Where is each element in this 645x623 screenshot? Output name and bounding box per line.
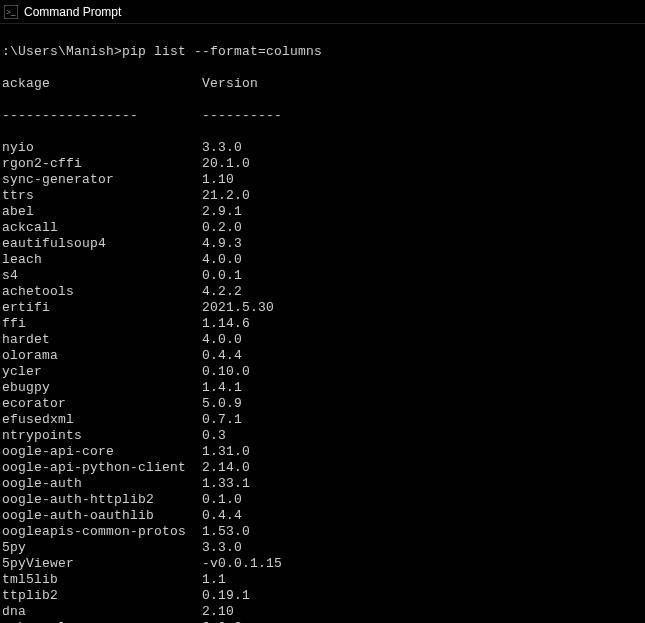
package-row: efusedxml 0.7.1 <box>2 412 645 428</box>
package-name: olorama <box>2 348 202 363</box>
svg-text:>_: >_ <box>6 7 16 17</box>
package-name: 5py <box>2 540 202 555</box>
cmd-icon: >_ <box>4 5 18 19</box>
package-name: ebugpy <box>2 380 202 395</box>
column-dividers: ----------------- ---------- <box>2 108 645 124</box>
package-row: eautifulsoup4 4.9.3 <box>2 236 645 252</box>
package-name: ertifi <box>2 300 202 315</box>
package-list: nyio 3.3.0rgon2-cffi 20.1.0sync-generato… <box>2 140 645 623</box>
package-row: ebugpy 1.4.1 <box>2 380 645 396</box>
package-row: dna 2.10 <box>2 604 645 620</box>
package-name: leach <box>2 252 202 267</box>
package-version: 2021.5.30 <box>202 300 274 315</box>
package-row: 5pyViewer -v0.0.1.15 <box>2 556 645 572</box>
package-version: 1.33.1 <box>202 476 250 491</box>
package-version: 3.3.0 <box>202 140 242 155</box>
package-version: 1.14.6 <box>202 316 250 331</box>
header-version: Version <box>202 76 258 91</box>
divider-version: ---------- <box>202 108 282 123</box>
package-row: ertifi 2021.5.30 <box>2 300 645 316</box>
package-row: ycler 0.10.0 <box>2 364 645 380</box>
package-row: ntrypoints 0.3 <box>2 428 645 444</box>
package-name: oogleapis-common-protos <box>2 524 202 539</box>
package-version: 0.19.1 <box>202 588 250 603</box>
package-name: oogle-auth <box>2 476 202 491</box>
package-name: ttplib2 <box>2 588 202 603</box>
package-version: 0.3 <box>202 428 226 443</box>
package-version: 1.4.1 <box>202 380 242 395</box>
package-name: ackcall <box>2 220 202 235</box>
package-row: oogle-api-python-client 2.14.0 <box>2 460 645 476</box>
header-package: ackage <box>2 76 202 91</box>
package-row: ffi 1.14.6 <box>2 316 645 332</box>
package-name: s4 <box>2 268 202 283</box>
package-name: eautifulsoup4 <box>2 236 202 251</box>
package-row: ackcall 0.2.0 <box>2 220 645 236</box>
package-version: 0.4.4 <box>202 348 242 363</box>
package-version: 0.0.1 <box>202 268 242 283</box>
package-version: 4.0.0 <box>202 332 242 347</box>
package-name: oogle-api-python-client <box>2 460 202 475</box>
package-version: 3.3.0 <box>202 540 242 555</box>
package-name: ycler <box>2 364 202 379</box>
package-row: ttrs 21.2.0 <box>2 188 645 204</box>
window-titlebar[interactable]: >_ Command Prompt <box>0 0 645 24</box>
divider-package: ----------------- <box>2 108 202 123</box>
terminal-output[interactable]: :\Users\Manish>pip list --format=columns… <box>0 24 645 623</box>
package-version: 1.53.0 <box>202 524 250 539</box>
package-row: oogleapis-common-protos 1.53.0 <box>2 524 645 540</box>
package-name: ffi <box>2 316 202 331</box>
package-row: rgon2-cffi 20.1.0 <box>2 156 645 172</box>
package-row: oogle-api-core 1.31.0 <box>2 444 645 460</box>
package-version: 1.1 <box>202 572 226 587</box>
package-row: nyio 3.3.0 <box>2 140 645 156</box>
package-version: 20.1.0 <box>202 156 250 171</box>
package-name: tml5lib <box>2 572 202 587</box>
package-name: oogle-api-core <box>2 444 202 459</box>
package-name: sync-generator <box>2 172 202 187</box>
package-name: achetools <box>2 284 202 299</box>
package-version: 2.10 <box>202 604 234 619</box>
package-row: hardet 4.0.0 <box>2 332 645 348</box>
package-row: abel 2.9.1 <box>2 204 645 220</box>
package-version: 5.0.9 <box>202 396 242 411</box>
package-version: 0.10.0 <box>202 364 250 379</box>
package-row: ttplib2 0.19.1 <box>2 588 645 604</box>
package-name: dna <box>2 604 202 619</box>
package-version: 4.0.0 <box>202 252 242 267</box>
package-row: oogle-auth 1.33.1 <box>2 476 645 492</box>
package-name: abel <box>2 204 202 219</box>
package-name: hardet <box>2 332 202 347</box>
package-version: 21.2.0 <box>202 188 250 203</box>
package-version: 2.14.0 <box>202 460 250 475</box>
package-version: 4.9.3 <box>202 236 242 251</box>
package-version: 0.7.1 <box>202 412 242 427</box>
package-version: 0.4.4 <box>202 508 242 523</box>
package-version: 1.10 <box>202 172 234 187</box>
prompt-line: :\Users\Manish>pip list --format=columns <box>2 44 645 60</box>
package-row: 5py 3.3.0 <box>2 540 645 556</box>
package-row: oogle-auth-httplib2 0.1.0 <box>2 492 645 508</box>
package-row: olorama 0.4.4 <box>2 348 645 364</box>
package-name: 5pyViewer <box>2 556 202 571</box>
package-version: 4.2.2 <box>202 284 242 299</box>
package-version: -v0.0.1.15 <box>202 556 282 571</box>
package-name: oogle-auth-oauthlib <box>2 508 202 523</box>
package-version: 2.9.1 <box>202 204 242 219</box>
package-version: 0.1.0 <box>202 492 242 507</box>
package-name: ntrypoints <box>2 428 202 443</box>
package-name: rgon2-cffi <box>2 156 202 171</box>
package-name: oogle-auth-httplib2 <box>2 492 202 507</box>
package-version: 0.2.0 <box>202 220 242 235</box>
column-headers: ackage Version <box>2 76 645 92</box>
package-name: nyio <box>2 140 202 155</box>
package-row: tml5lib 1.1 <box>2 572 645 588</box>
package-row: ecorator 5.0.9 <box>2 396 645 412</box>
window-title: Command Prompt <box>24 5 121 19</box>
package-version: 1.31.0 <box>202 444 250 459</box>
package-row: s4 0.0.1 <box>2 268 645 284</box>
package-row: leach 4.0.0 <box>2 252 645 268</box>
package-name: efusedxml <box>2 412 202 427</box>
package-name: ttrs <box>2 188 202 203</box>
package-name: ecorator <box>2 396 202 411</box>
